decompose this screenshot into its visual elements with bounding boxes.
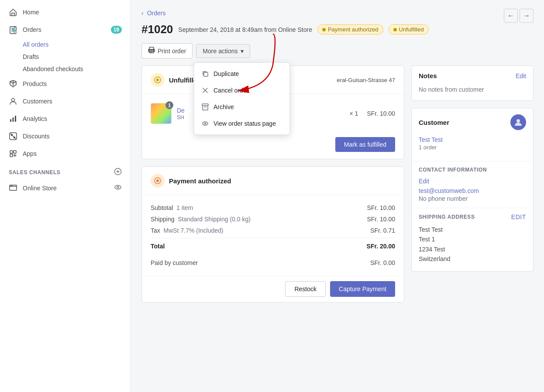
- sidebar-item-drafts[interactable]: Drafts: [0, 51, 131, 63]
- sidebar-item-online-store[interactable]: Online Store: [0, 179, 131, 197]
- notes-card: Notes Edit No notes from customer: [411, 65, 534, 101]
- subtotal-label: Subtotal 1 item: [151, 204, 193, 211]
- svg-rect-4: [10, 119, 11, 122]
- customer-card: Customer Test Test 1 order: [411, 108, 534, 272]
- customer-body: Test Test 1 order: [412, 136, 533, 161]
- payment-badge-label: Payment authorized: [328, 26, 379, 33]
- svg-point-16: [12, 186, 13, 186]
- prev-order-button[interactable]: ←: [504, 9, 518, 23]
- svg-rect-23: [202, 104, 208, 106]
- main-content: ‹ Orders ← → #1020 September 24, 2018 at…: [131, 0, 544, 392]
- online-store-left: Online Store: [9, 183, 57, 193]
- more-actions-button[interactable]: More actions ▾: [196, 44, 250, 58]
- fulfillment-badge-dot: [393, 28, 397, 31]
- dropdown-item-archive[interactable]: Archive: [194, 99, 289, 115]
- sidebar-item-apps-label: Apps: [23, 150, 37, 157]
- sidebar-item-discounts-label: Discounts: [23, 133, 49, 140]
- svg-rect-5: [13, 117, 14, 122]
- svg-rect-12: [10, 154, 13, 157]
- payment-card: Payment authorized Subtotal 1 item SFr. …: [141, 166, 404, 303]
- fulfill-button-row: Mark as fulfilled: [142, 133, 404, 159]
- orders-icon: 19: [9, 25, 17, 34]
- capture-payment-button[interactable]: Capture Payment: [330, 281, 395, 297]
- svg-rect-10: [10, 151, 13, 153]
- print-icon: [148, 47, 155, 55]
- sidebar-item-customers[interactable]: Customers: [0, 93, 131, 110]
- sidebar-item-home-label: Home: [23, 9, 39, 16]
- payment-status-icon: [151, 174, 165, 188]
- address-line-2: Test 1: [419, 234, 526, 244]
- duplicate-icon: [201, 70, 209, 78]
- customer-orders: 1 order: [419, 144, 526, 151]
- add-sales-channel-icon[interactable]: [114, 168, 122, 177]
- fulfillment-badge: Unfulfilled: [389, 24, 429, 34]
- payment-row-tax: Tax MwSt 7.7% (Included) SFr. 0.71: [151, 225, 395, 236]
- back-arrow[interactable]: ‹: [141, 10, 144, 17]
- paid-label: Paid by customer: [151, 259, 198, 266]
- notes-edit-link[interactable]: Edit: [516, 72, 526, 79]
- shipping-address-section-title: SHIPPING ADDRESS Edit: [412, 208, 533, 223]
- svg-rect-21: [204, 72, 208, 76]
- product-link[interactable]: De: [177, 107, 185, 114]
- tax-label: Tax MwSt 7.7% (Included): [151, 227, 224, 234]
- svg-rect-11: [14, 151, 16, 153]
- order-header: #1020 September 24, 2018 at 8:49am from …: [141, 23, 534, 36]
- online-store-visibility-icon[interactable]: [114, 183, 122, 193]
- payment-title: Payment authorized: [169, 177, 231, 185]
- sidebar-item-apps[interactable]: Apps: [0, 145, 131, 162]
- product-qty-badge: 1: [165, 101, 173, 109]
- sidebar-item-analytics[interactable]: Analytics: [0, 110, 131, 127]
- dropdown-item-duplicate[interactable]: Duplicate: [194, 65, 289, 82]
- product-image-wrapper: 1: [151, 103, 172, 124]
- chevron-down-icon: ▾: [241, 48, 244, 55]
- sales-channels-section: SALES CHANNELS: [0, 162, 131, 179]
- payment-badge: Payment authorized: [317, 24, 383, 34]
- main-area: ‹ Orders ← → #1020 September 24, 2018 at…: [131, 0, 544, 392]
- svg-text:19: 19: [14, 31, 17, 34]
- breadcrumb-label[interactable]: Orders: [147, 10, 166, 17]
- sidebar-item-all-orders[interactable]: All orders: [0, 38, 131, 51]
- home-icon: [9, 8, 17, 17]
- address-line-4: Switzerland: [419, 254, 526, 264]
- dropdown-item-cancel-order[interactable]: Cancel order: [194, 82, 289, 99]
- customer-name-link[interactable]: Test Test: [419, 136, 526, 143]
- next-order-button[interactable]: →: [520, 9, 534, 23]
- shipping-edit-link[interactable]: Edit: [511, 213, 526, 220]
- archive-icon: [201, 103, 209, 111]
- payment-body: Subtotal 1 item SFr. 10.00 Shipping Stan…: [142, 195, 404, 275]
- notes-header: Notes Edit: [412, 66, 533, 86]
- breadcrumb: ‹ Orders: [141, 10, 165, 17]
- shipping-value: SFr. 10.00: [367, 216, 395, 223]
- mark-as-fulfilled-button[interactable]: Mark as fulfilled: [335, 137, 395, 152]
- notes-body: No notes from customer: [412, 86, 533, 100]
- payment-header: Payment authorized: [142, 167, 404, 195]
- customer-phone: No phone number: [419, 195, 468, 202]
- svg-rect-19: [149, 47, 154, 50]
- payment-row-shipping: Shipping Standard Shipping (0.0 kg) SFr.…: [151, 213, 395, 225]
- cancel-icon: [201, 86, 209, 94]
- print-order-button[interactable]: Print order: [141, 43, 193, 58]
- contact-info-section-title: CONTACT INFORMATION: [412, 161, 533, 175]
- products-icon: [9, 79, 17, 88]
- subtotal-value: SFr. 10.00: [367, 204, 395, 211]
- tax-value: SFr. 0.71: [370, 227, 395, 234]
- total-label: Total: [151, 243, 165, 250]
- total-value: SFr. 20.00: [367, 243, 395, 250]
- dropdown-item-view-status[interactable]: View order status page: [194, 115, 289, 132]
- restock-button[interactable]: Restock: [285, 281, 326, 297]
- sidebar-item-home[interactable]: Home: [0, 3, 131, 21]
- toolbar: Print order More actions ▾ Duplicate: [141, 43, 534, 58]
- sidebar-item-discounts[interactable]: Discounts: [0, 127, 131, 145]
- sidebar-item-abandoned[interactable]: Abandoned checkouts: [0, 63, 131, 75]
- sidebar-item-orders[interactable]: 19 Orders 19: [0, 21, 131, 38]
- customer-header: Customer: [412, 108, 533, 136]
- online-store-icon: [9, 183, 17, 193]
- red-arrow: [229, 30, 282, 95]
- customers-icon: [9, 97, 17, 106]
- customer-email-link[interactable]: test@customweb.com: [419, 187, 479, 194]
- sidebar-item-products[interactable]: Products: [0, 75, 131, 93]
- contact-edit-link[interactable]: Edit: [419, 178, 429, 185]
- svg-point-29: [156, 179, 159, 182]
- svg-point-17: [115, 186, 121, 189]
- order-meta: September 24, 2018 at 8:49am from Online…: [178, 26, 312, 33]
